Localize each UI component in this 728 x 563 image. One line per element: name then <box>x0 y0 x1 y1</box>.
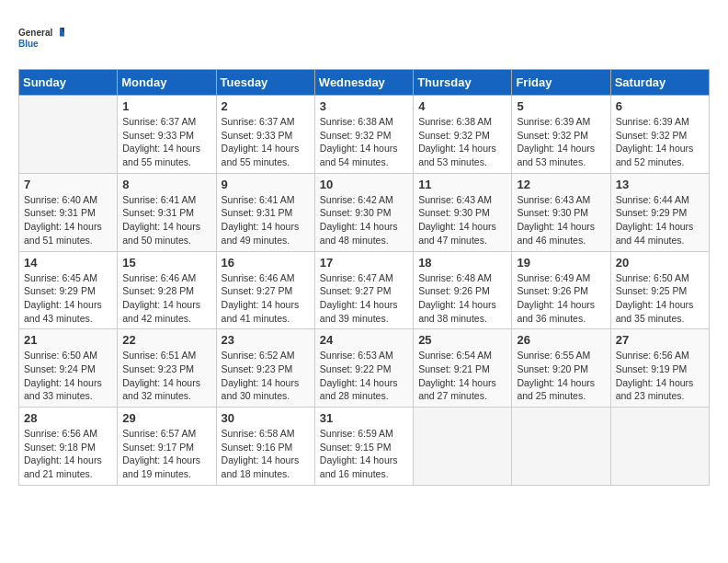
day-info: Sunrise: 6:59 AM Sunset: 9:15 PM Dayligh… <box>320 427 408 481</box>
calendar-day-header: Thursday <box>414 70 512 96</box>
calendar-cell: 7Sunrise: 6:40 AM Sunset: 9:31 PM Daylig… <box>19 173 118 251</box>
calendar-week-row: 14Sunrise: 6:45 AM Sunset: 9:29 PM Dayli… <box>19 251 710 329</box>
day-info: Sunrise: 6:56 AM Sunset: 9:19 PM Dayligh… <box>616 349 704 403</box>
day-number: 8 <box>122 178 210 191</box>
calendar-week-row: 7Sunrise: 6:40 AM Sunset: 9:31 PM Daylig… <box>19 173 710 251</box>
day-number: 17 <box>320 256 408 270</box>
day-number: 4 <box>418 99 506 113</box>
calendar-cell: 29Sunrise: 6:57 AM Sunset: 9:17 PM Dayli… <box>118 408 216 486</box>
calendar-cell: 31Sunrise: 6:59 AM Sunset: 9:15 PM Dayli… <box>314 408 413 486</box>
day-number: 1 <box>122 99 210 113</box>
calendar-cell: 17Sunrise: 6:47 AM Sunset: 9:27 PM Dayli… <box>314 251 413 329</box>
day-number: 15 <box>122 256 210 270</box>
day-info: Sunrise: 6:41 AM Sunset: 9:31 PM Dayligh… <box>222 193 310 247</box>
calendar-cell: 18Sunrise: 6:48 AM Sunset: 9:26 PM Dayli… <box>414 251 512 329</box>
day-info: Sunrise: 6:40 AM Sunset: 9:31 PM Dayligh… <box>24 193 112 247</box>
calendar-cell: 27Sunrise: 6:56 AM Sunset: 9:19 PM Dayli… <box>610 329 709 408</box>
calendar-cell: 26Sunrise: 6:55 AM Sunset: 9:20 PM Dayli… <box>512 329 610 408</box>
calendar-day-header: Wednesday <box>314 70 413 96</box>
day-number: 22 <box>122 333 210 347</box>
day-number: 16 <box>222 256 310 270</box>
calendar-cell <box>414 408 512 486</box>
day-number: 28 <box>24 411 112 425</box>
calendar-cell: 9Sunrise: 6:41 AM Sunset: 9:31 PM Daylig… <box>216 173 314 251</box>
day-info: Sunrise: 6:49 AM Sunset: 9:26 PM Dayligh… <box>517 271 605 326</box>
day-number: 23 <box>222 333 310 347</box>
calendar-cell: 20Sunrise: 6:50 AM Sunset: 9:25 PM Dayli… <box>610 251 709 329</box>
calendar-cell: 16Sunrise: 6:46 AM Sunset: 9:27 PM Dayli… <box>216 251 314 329</box>
calendar-cell <box>19 96 118 174</box>
calendar-day-header: Monday <box>118 70 216 96</box>
day-info: Sunrise: 6:43 AM Sunset: 9:30 PM Dayligh… <box>418 193 506 247</box>
day-number: 6 <box>616 99 704 113</box>
day-info: Sunrise: 6:48 AM Sunset: 9:26 PM Dayligh… <box>418 271 506 326</box>
calendar-cell: 4Sunrise: 6:38 AM Sunset: 9:32 PM Daylig… <box>414 96 512 174</box>
day-number: 19 <box>517 256 605 270</box>
calendar-table: SundayMondayTuesdayWednesdayThursdayFrid… <box>18 69 710 486</box>
day-info: Sunrise: 6:46 AM Sunset: 9:28 PM Dayligh… <box>122 271 210 326</box>
day-number: 9 <box>222 178 310 191</box>
day-info: Sunrise: 6:45 AM Sunset: 9:29 PM Dayligh… <box>24 271 112 326</box>
calendar-cell: 30Sunrise: 6:58 AM Sunset: 9:16 PM Dayli… <box>216 408 314 486</box>
calendar-cell <box>610 408 709 486</box>
day-info: Sunrise: 6:41 AM Sunset: 9:31 PM Dayligh… <box>122 193 210 247</box>
day-number: 27 <box>616 333 704 347</box>
calendar-day-header: Friday <box>512 70 610 96</box>
svg-text:Blue: Blue <box>18 39 39 49</box>
day-info: Sunrise: 6:58 AM Sunset: 9:16 PM Dayligh… <box>222 427 310 481</box>
calendar-cell: 22Sunrise: 6:51 AM Sunset: 9:23 PM Dayli… <box>118 329 216 408</box>
day-number: 14 <box>24 256 112 270</box>
calendar-cell: 12Sunrise: 6:43 AM Sunset: 9:30 PM Dayli… <box>512 173 610 251</box>
calendar-week-row: 21Sunrise: 6:50 AM Sunset: 9:24 PM Dayli… <box>19 329 710 408</box>
calendar-cell: 10Sunrise: 6:42 AM Sunset: 9:30 PM Dayli… <box>314 173 413 251</box>
day-info: Sunrise: 6:50 AM Sunset: 9:25 PM Dayligh… <box>616 271 704 326</box>
day-number: 11 <box>418 178 506 191</box>
day-info: Sunrise: 6:43 AM Sunset: 9:30 PM Dayligh… <box>517 193 605 247</box>
day-number: 25 <box>418 333 506 347</box>
day-info: Sunrise: 6:53 AM Sunset: 9:22 PM Dayligh… <box>320 349 408 403</box>
day-number: 7 <box>24 178 112 191</box>
day-info: Sunrise: 6:37 AM Sunset: 9:33 PM Dayligh… <box>122 115 210 169</box>
day-info: Sunrise: 6:39 AM Sunset: 9:32 PM Dayligh… <box>517 115 605 169</box>
day-info: Sunrise: 6:51 AM Sunset: 9:23 PM Dayligh… <box>122 349 210 403</box>
day-info: Sunrise: 6:47 AM Sunset: 9:27 PM Dayligh… <box>320 271 408 326</box>
calendar-cell: 24Sunrise: 6:53 AM Sunset: 9:22 PM Dayli… <box>314 329 413 408</box>
calendar-cell: 3Sunrise: 6:38 AM Sunset: 9:32 PM Daylig… <box>314 96 413 174</box>
calendar-week-row: 1Sunrise: 6:37 AM Sunset: 9:33 PM Daylig… <box>19 96 710 174</box>
day-info: Sunrise: 6:39 AM Sunset: 9:32 PM Dayligh… <box>616 115 704 169</box>
day-info: Sunrise: 6:52 AM Sunset: 9:23 PM Dayligh… <box>222 349 310 403</box>
calendar-cell <box>512 408 610 486</box>
calendar-cell: 5Sunrise: 6:39 AM Sunset: 9:32 PM Daylig… <box>512 96 610 174</box>
day-number: 13 <box>616 178 704 191</box>
calendar-cell: 28Sunrise: 6:56 AM Sunset: 9:18 PM Dayli… <box>19 408 118 486</box>
day-info: Sunrise: 6:44 AM Sunset: 9:29 PM Dayligh… <box>616 193 704 247</box>
calendar-header-row: SundayMondayTuesdayWednesdayThursdayFrid… <box>19 70 710 96</box>
logo: General Blue <box>18 18 64 60</box>
calendar-cell: 6Sunrise: 6:39 AM Sunset: 9:32 PM Daylig… <box>610 96 709 174</box>
day-number: 10 <box>320 178 408 191</box>
calendar-cell: 8Sunrise: 6:41 AM Sunset: 9:31 PM Daylig… <box>118 173 216 251</box>
calendar-week-row: 28Sunrise: 6:56 AM Sunset: 9:18 PM Dayli… <box>19 408 710 486</box>
day-number: 21 <box>24 333 112 347</box>
page-header: General Blue <box>18 18 710 60</box>
day-number: 30 <box>222 411 310 425</box>
day-info: Sunrise: 6:55 AM Sunset: 9:20 PM Dayligh… <box>517 349 605 403</box>
logo-svg: General Blue <box>18 18 64 60</box>
day-info: Sunrise: 6:57 AM Sunset: 9:17 PM Dayligh… <box>122 427 210 481</box>
day-info: Sunrise: 6:54 AM Sunset: 9:21 PM Dayligh… <box>418 349 506 403</box>
day-number: 31 <box>320 411 408 425</box>
day-info: Sunrise: 6:38 AM Sunset: 9:32 PM Dayligh… <box>320 115 408 169</box>
day-number: 24 <box>320 333 408 347</box>
day-info: Sunrise: 6:46 AM Sunset: 9:27 PM Dayligh… <box>222 271 310 326</box>
calendar-cell: 14Sunrise: 6:45 AM Sunset: 9:29 PM Dayli… <box>19 251 118 329</box>
day-info: Sunrise: 6:56 AM Sunset: 9:18 PM Dayligh… <box>24 427 112 481</box>
day-number: 12 <box>517 178 605 191</box>
calendar-cell: 2Sunrise: 6:37 AM Sunset: 9:33 PM Daylig… <box>216 96 314 174</box>
calendar-day-header: Tuesday <box>216 70 314 96</box>
day-number: 20 <box>616 256 704 270</box>
calendar-cell: 23Sunrise: 6:52 AM Sunset: 9:23 PM Dayli… <box>216 329 314 408</box>
calendar-cell: 1Sunrise: 6:37 AM Sunset: 9:33 PM Daylig… <box>118 96 216 174</box>
calendar-cell: 25Sunrise: 6:54 AM Sunset: 9:21 PM Dayli… <box>414 329 512 408</box>
day-number: 3 <box>320 99 408 113</box>
day-info: Sunrise: 6:50 AM Sunset: 9:24 PM Dayligh… <box>24 349 112 403</box>
